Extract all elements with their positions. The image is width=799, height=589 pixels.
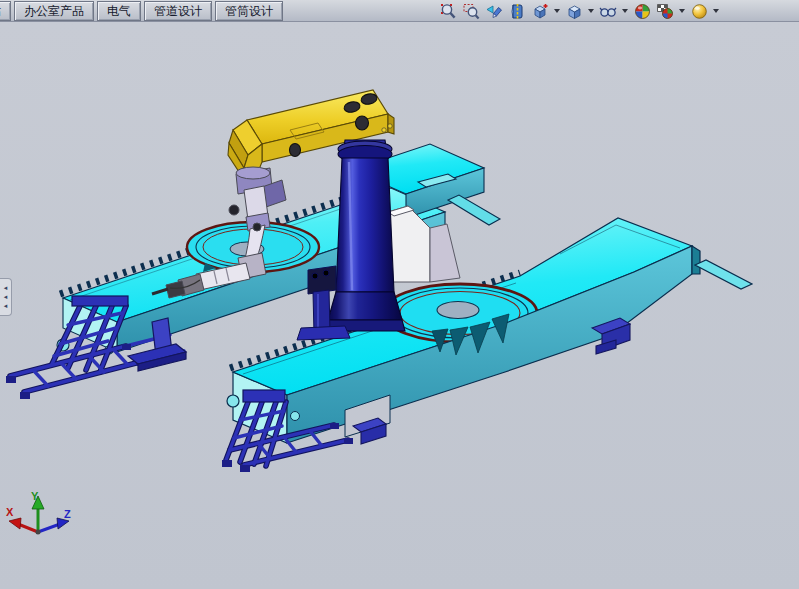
- hide-show-items-dropdown[interactable]: [622, 9, 628, 13]
- display-style-dropdown[interactable]: [588, 9, 594, 13]
- triad-z-label: Z: [64, 508, 71, 520]
- flyout-arrow-icon: ◂: [4, 302, 8, 311]
- tab-electrical[interactable]: 电气: [97, 1, 141, 21]
- tab-evaluate-partial[interactable]: 评估: [0, 1, 11, 21]
- section-view-icon[interactable]: [507, 1, 527, 21]
- triad-x-label: X: [6, 506, 14, 518]
- model-scene[interactable]: Y X Z: [0, 22, 799, 589]
- flyout-arrow-icon: ◂: [4, 284, 8, 293]
- display-style-icon[interactable]: [564, 1, 584, 21]
- view-settings-dropdown[interactable]: [713, 9, 719, 13]
- zoom-to-fit-icon[interactable]: [438, 1, 458, 21]
- zoom-to-area-icon[interactable]: [461, 1, 481, 21]
- feature-tree-flyout-handle[interactable]: ◂ ◂ ◂: [0, 278, 12, 316]
- heads-up-view-toolbar: [438, 0, 720, 22]
- tab-office-products[interactable]: 办公室产品: [14, 1, 94, 21]
- graphics-viewport[interactable]: Y X Z ◂ ◂ ◂: [0, 22, 799, 589]
- view-settings-icon[interactable]: [689, 1, 709, 21]
- triad-y-label: Y: [31, 490, 39, 502]
- tab-tubing-design[interactable]: 管筒设计: [215, 1, 283, 21]
- flyout-arrow-icon: ◂: [4, 293, 8, 302]
- hide-show-items-icon[interactable]: [598, 1, 618, 21]
- tab-piping-design[interactable]: 管道设计: [144, 1, 212, 21]
- command-tabs: 评估 办公室产品 电气 管道设计 管筒设计: [0, 0, 283, 22]
- previous-view-icon[interactable]: [484, 1, 504, 21]
- apply-scene-dropdown[interactable]: [679, 9, 685, 13]
- command-manager-toolbar: 评估 办公室产品 电气 管道设计 管筒设计: [0, 0, 799, 22]
- view-orientation-icon[interactable]: [530, 1, 550, 21]
- apply-scene-icon[interactable]: [655, 1, 675, 21]
- view-orientation-dropdown[interactable]: [554, 9, 560, 13]
- edit-appearance-icon[interactable]: [632, 1, 652, 21]
- cad-application-window: { "command_tabs": { "partial": "评估", "it…: [0, 0, 799, 589]
